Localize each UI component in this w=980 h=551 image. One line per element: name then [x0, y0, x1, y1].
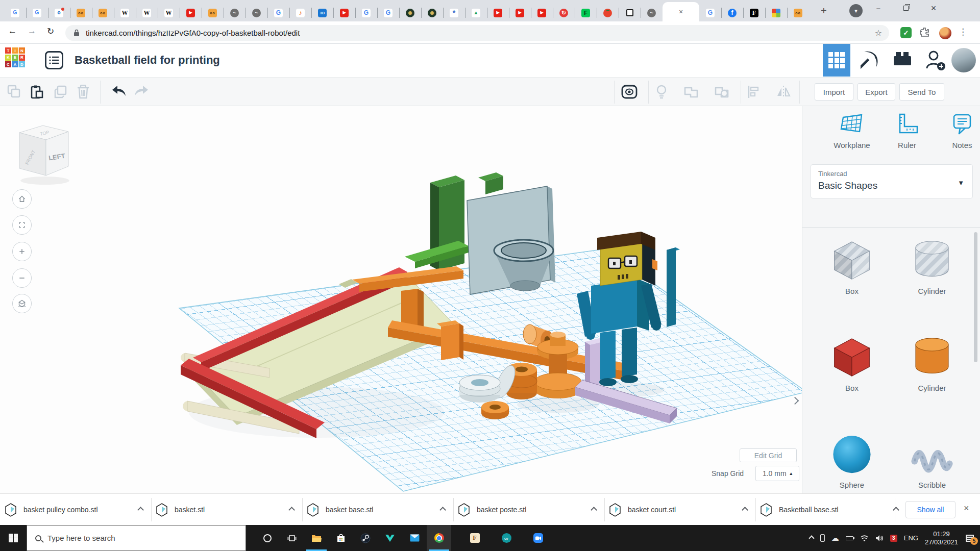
zoom-out-button[interactable] — [12, 268, 32, 288]
tab-robot-2[interactable]: oo — [92, 4, 114, 21]
tray-expand-chevron[interactable] — [810, 536, 814, 540]
home-view-button[interactable] — [12, 189, 32, 209]
chevron-up-icon[interactable] — [288, 507, 295, 513]
duplicate-icon[interactable] — [53, 85, 67, 99]
tab-translate-1[interactable]: G — [4, 4, 26, 21]
tab-youtube-3[interactable]: ▶ — [487, 4, 509, 21]
download-item[interactable]: basket poste.stl — [458, 494, 599, 525]
url-omnibox[interactable]: tinkercad.com/things/hzIIzPvGfA0-copy-of… — [65, 25, 889, 41]
redo-icon[interactable] — [134, 85, 149, 98]
window-close-button[interactable]: × — [922, 0, 945, 16]
shape-sphere[interactable]: Sphere — [819, 428, 885, 489]
tab-outlook[interactable]: o — [48, 4, 70, 21]
lightbulb-icon[interactable] — [655, 85, 668, 100]
download-item[interactable]: basket base.stl — [307, 494, 448, 525]
tab-tinkercad[interactable] — [765, 4, 787, 21]
tab-wikipedia-1[interactable]: W — [114, 4, 136, 21]
fusion360-button[interactable]: F — [462, 525, 487, 551]
panel-scrollbar[interactable] — [974, 232, 977, 362]
tab-emblem-1[interactable]: ◉ — [399, 4, 421, 21]
start-button[interactable] — [0, 525, 27, 551]
add-user-icon[interactable] — [925, 50, 946, 70]
tab-wikipedia-2[interactable]: W — [136, 4, 158, 21]
reload-icon[interactable]: ↻ — [47, 26, 54, 37]
shape-box-striped[interactable]: Box — [819, 234, 885, 295]
delete-icon[interactable] — [77, 85, 90, 99]
wifi-icon[interactable] — [860, 535, 869, 542]
close-downloads-bar-icon[interactable]: × — [964, 503, 969, 514]
updates-tray-icon[interactable]: 3 — [890, 535, 897, 542]
task-view-button[interactable] — [280, 525, 304, 551]
tab-drive[interactable]: ▲ — [465, 4, 487, 21]
tab-google-1[interactable]: G — [267, 4, 289, 21]
paste-icon[interactable] — [30, 85, 44, 99]
tab-tomato[interactable] — [597, 4, 619, 21]
undo-icon[interactable] — [111, 85, 127, 98]
ruler-tool[interactable]: Ruler — [884, 113, 930, 149]
tab-youtube-2[interactable]: ▶ — [333, 4, 355, 21]
new-tab-button[interactable]: + — [821, 5, 827, 17]
tab-google-2[interactable]: G — [355, 4, 377, 21]
tab-facebook[interactable]: f — [721, 4, 743, 21]
show-all-downloads-button[interactable]: Show all — [905, 501, 955, 518]
predator-button[interactable] — [378, 525, 402, 551]
tab-search-button[interactable]: ▾ — [849, 4, 863, 17]
tinkercad-logo[interactable]: T I N K E R C A D — [5, 47, 25, 67]
arduino-button[interactable]: ∞ — [494, 525, 519, 551]
tab-3d-viewer[interactable]: 3D — [311, 4, 333, 21]
extensions-puzzle-icon[interactable] — [919, 27, 929, 37]
download-item[interactable]: basket court.stl — [609, 494, 750, 525]
taskbar-search-input[interactable]: Type here to search — [27, 525, 246, 551]
extension-check-icon[interactable]: ✓ — [900, 27, 912, 38]
tab-audio[interactable]: ♪ — [289, 4, 311, 21]
fit-view-button[interactable] — [12, 215, 32, 235]
tab-youtube-1[interactable]: ▶ — [180, 4, 202, 21]
tab-wikipedia-3[interactable]: W — [158, 4, 180, 21]
group-icon[interactable] — [683, 85, 699, 99]
ungroup-icon[interactable] — [714, 85, 730, 99]
download-item[interactable]: basket.stl — [156, 494, 297, 525]
tab-globe-1[interactable]: ~ — [224, 4, 246, 21]
tab-youtube-4[interactable]: ▶ — [509, 4, 531, 21]
shape-library-dropdown[interactable]: Tinkercad Basic Shapes ▼ — [811, 164, 973, 198]
steam-button[interactable] — [353, 525, 378, 551]
edit-grid-button[interactable]: Edit Grid — [740, 448, 797, 462]
cortana-button[interactable] — [255, 525, 280, 551]
taskbar-clock[interactable]: 01:29 27/03/2021 — [925, 530, 958, 546]
window-minimize-button[interactable]: − — [867, 0, 890, 16]
minecraft-pickaxe-icon[interactable] — [861, 50, 879, 69]
tab-f-black[interactable]: F — [743, 4, 765, 21]
brick-icon[interactable] — [892, 50, 913, 68]
workplane-tool[interactable]: Workplane — [829, 113, 875, 149]
mail-button[interactable] — [402, 525, 427, 551]
tab-robot-1[interactable]: oo — [70, 4, 92, 21]
shape-cylinder-orange[interactable]: Cylinder — [899, 331, 965, 392]
notes-tool[interactable]: Notes — [939, 113, 980, 149]
close-tab-icon[interactable]: × — [679, 8, 683, 16]
design-menu-button[interactable] — [45, 51, 63, 69]
show-all-eye-icon[interactable] — [621, 85, 638, 99]
chrome-button[interactable] — [427, 525, 451, 551]
tab-globe-3[interactable]: ~ — [641, 4, 663, 21]
shape-cylinder-striped[interactable]: Cylinder — [899, 234, 965, 295]
battery-icon[interactable] — [846, 536, 853, 540]
language-indicator[interactable]: ENG — [904, 534, 918, 542]
user-avatar[interactable] — [951, 48, 976, 72]
tab-refresh[interactable]: ↻ — [553, 4, 575, 21]
tab-emblem-2[interactable]: ◉ — [421, 4, 443, 21]
bookmark-star-icon[interactable]: ☆ — [875, 28, 882, 38]
volume-icon[interactable] — [875, 535, 884, 542]
shape-box-red[interactable]: Box — [819, 331, 885, 392]
tab-translate-2[interactable]: G — [26, 4, 48, 21]
mirror-icon[interactable] — [776, 85, 791, 99]
onedrive-cloud-icon[interactable]: ☁ — [831, 534, 839, 543]
zoom-app-button[interactable] — [526, 525, 550, 551]
3d-viewport[interactable]: LEFT FRONT TOP Edit Grid Snap Grid 1.0 m… — [0, 106, 802, 493]
browser-profile-avatar[interactable] — [939, 27, 951, 39]
action-center-button[interactable]: 5 — [965, 534, 975, 543]
export-button[interactable]: Export — [857, 83, 895, 101]
chevron-up-icon[interactable] — [439, 507, 446, 513]
send-to-button[interactable]: Send To — [899, 83, 944, 101]
import-button[interactable]: Import — [815, 83, 853, 101]
shape-scribble[interactable]: Scribble — [899, 428, 965, 489]
